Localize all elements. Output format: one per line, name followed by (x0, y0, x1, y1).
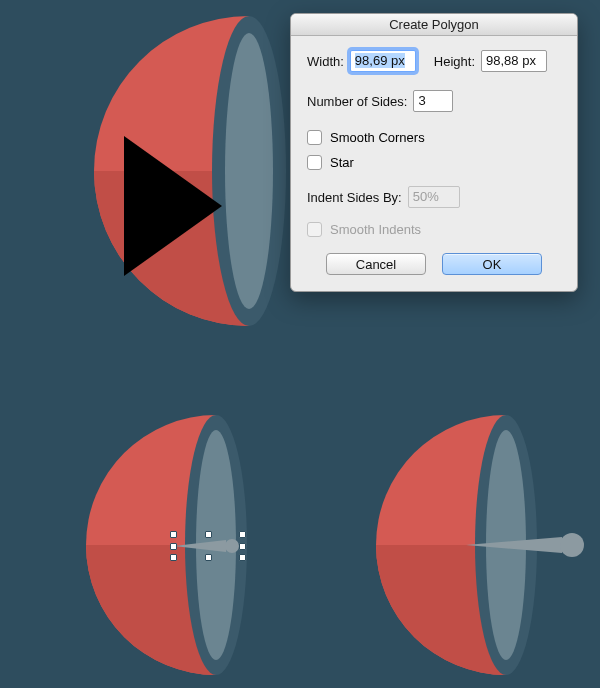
svg-point-1 (225, 33, 273, 309)
artboard-bowl-top-left (16, 16, 286, 326)
cancel-button[interactable]: Cancel (326, 253, 426, 275)
sides-input[interactable]: 3 (413, 90, 453, 112)
sides-label: Number of Sides: (307, 94, 407, 109)
svg-point-7 (560, 533, 584, 557)
star-label: Star (330, 155, 354, 170)
width-input[interactable]: 98,69 px (350, 50, 416, 72)
indent-input: 50% (408, 186, 460, 208)
smooth-indents-label: Smooth Indents (330, 222, 421, 237)
create-polygon-dialog: Create Polygon Width: 98,69 px Height: 9… (290, 13, 578, 292)
smooth-corners-checkbox[interactable] (307, 130, 322, 145)
artboard-bowl-bottom-left (16, 415, 270, 675)
smooth-indents-checkbox (307, 222, 322, 237)
bowl-shape (16, 16, 286, 326)
selection-handles[interactable] (174, 535, 246, 557)
smooth-corners-label: Smooth Corners (330, 130, 425, 145)
height-input[interactable]: 98,88 px (481, 50, 547, 72)
indent-label: Indent Sides By: (307, 190, 402, 205)
width-label: Width: (307, 54, 344, 69)
dialog-title: Create Polygon (291, 14, 577, 36)
star-checkbox[interactable] (307, 155, 322, 170)
height-label: Height: (434, 54, 475, 69)
bowl-shape (306, 415, 596, 675)
artboard-bowl-bottom-right (306, 415, 596, 675)
ok-button[interactable]: OK (442, 253, 542, 275)
